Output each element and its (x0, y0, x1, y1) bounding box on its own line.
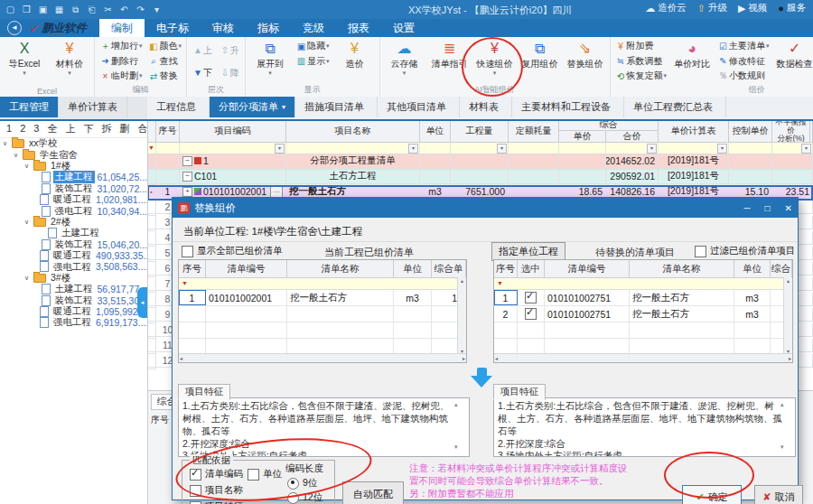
left-panel-tab[interactable]: 工程管理 (0, 97, 59, 117)
save-icon[interactable]: ▣ (36, 3, 50, 16)
tree-toolbar-button[interactable]: 全 (47, 122, 57, 135)
menu-tab[interactable]: 编制 (99, 19, 145, 37)
ribbon-item[interactable]: ≒ 系数调整 (613, 54, 669, 70)
tree-node[interactable]: 装饰工程 31,020,72... (0, 183, 147, 194)
radio-12-digits[interactable]: 12位 (287, 491, 322, 504)
grid-header-cell[interactable]: 清单名称 (287, 260, 394, 277)
tree-node[interactable]: 暖通工程 1,095,992.... (0, 306, 147, 317)
tree-node[interactable]: ∨ 3#楼 (0, 273, 147, 284)
header-total[interactable]: 合价 (606, 131, 659, 143)
checkbox-icon[interactable] (695, 246, 706, 257)
tree-node[interactable]: 暖通工程 1,020,981.... (0, 194, 147, 205)
header-quota[interactable]: 定额耗量 (509, 119, 559, 143)
grid-row[interactable]: 1 010101002751 挖一般土石方 m3 (494, 290, 792, 306)
ribbon-item[interactable]: ➜ 删除行 (98, 54, 145, 70)
tree-node[interactable]: 土建工程 61,054,25... (0, 172, 147, 182)
ribbon-item[interactable]: ⌕ 查找 (146, 54, 184, 70)
tree-node[interactable]: ∨ 1#楼 (0, 161, 147, 172)
header-code[interactable]: 项目编码 (180, 119, 286, 143)
ok-button[interactable]: ✔ 确定 (682, 485, 742, 504)
menu-tab[interactable]: 指标 (246, 19, 291, 37)
menu-tab[interactable]: 报表 (336, 19, 381, 37)
ribbon-item[interactable]: ☑ 主要清单 ▾ (715, 39, 771, 54)
auto-match-button[interactable]: 自动匹配 (342, 481, 404, 504)
tree-caret-icon[interactable]: ∨ (14, 152, 22, 159)
tree-node[interactable]: 强电工程 6,919,173.... (0, 317, 147, 328)
cancel-button[interactable]: ✘ 取消 (754, 485, 803, 504)
scroll-down-icon[interactable]: ▾ (780, 443, 784, 451)
ribbon-item[interactable]: ⧉ 复用组价 (519, 39, 562, 84)
main-view-tab[interactable]: 措施项目清单 (295, 97, 378, 117)
minimize-icon[interactable]: ─ (743, 203, 750, 213)
main-view-tab[interactable]: 主要材料和工程设备 (512, 97, 624, 117)
expand-toggle-icon[interactable]: + (182, 187, 192, 197)
tree-node[interactable]: 土建工程 (0, 228, 147, 238)
ribbon-item[interactable]: ⧉ 展开到 ▾ (248, 39, 292, 84)
tree-toolbar-button[interactable]: 2 (20, 123, 25, 134)
dialog-title-bar[interactable]: 鹏 替换组价 ─ □ ✕ (173, 198, 798, 218)
match-checkbox-unit[interactable]: 单位 (248, 468, 282, 481)
checkbox-icon[interactable] (190, 501, 201, 504)
undo-icon[interactable]: ↶ (117, 3, 131, 16)
grid-header-cell[interactable]: 清单编号 (545, 260, 630, 277)
expand-toggle-icon[interactable]: − (182, 156, 192, 166)
vertical-scrollbar[interactable]: ▴▾ (783, 277, 792, 354)
grid-empty-row[interactable] (494, 322, 792, 339)
ribbon-item[interactable]: ¥ 造价 (333, 39, 377, 84)
tree-toolbar-button[interactable]: 拆 (101, 122, 111, 135)
save-as-icon[interactable]: ▦ (52, 3, 66, 16)
ribbon-item[interactable]: ⇩ 降 (217, 61, 242, 84)
copy-icon[interactable]: ⧉ (69, 3, 82, 16)
right-feature-tab[interactable]: 项目特征 (493, 384, 546, 400)
filter-dropdown-icon[interactable]: ▾ (801, 144, 811, 154)
match-checkbox-name[interactable]: 项目名称 (190, 484, 243, 497)
grid-empty-row[interactable] (179, 322, 466, 339)
cut-icon[interactable]: ✂ (101, 3, 115, 16)
filter-dropdown-icon[interactable]: ▾ (647, 144, 657, 154)
grid-header-cell[interactable]: 单位 (394, 260, 432, 277)
ribbon-item[interactable]: ％ 小数规则 (715, 69, 771, 84)
tree-node[interactable]: 强电工程 10,340,94... (0, 205, 147, 216)
scroll-down-icon[interactable]: ▾ (454, 443, 458, 451)
left-panel-tab[interactable]: 单价计算表 (59, 97, 127, 117)
tree-caret-icon[interactable]: ∨ (24, 219, 33, 226)
menu-tab[interactable]: 竞级 (291, 19, 336, 37)
filter-priced-checkbox[interactable]: 过滤已组价清单项目 (695, 245, 796, 257)
filter-dropdown-icon[interactable]: ▾ (408, 144, 418, 154)
checkbox-icon[interactable] (190, 469, 201, 481)
paste-icon[interactable]: ⎗ (85, 3, 98, 16)
scroll-up-icon[interactable]: ▴ (454, 401, 458, 408)
ribbon-item[interactable]: ＋ 增加行 ▾ (98, 39, 145, 54)
header-control-price[interactable]: 控制单价 (729, 119, 772, 143)
back-icon[interactable]: ◄ (7, 21, 22, 35)
ribbon-item[interactable]: ✎ 修改特征 (715, 54, 771, 70)
main-view-tab[interactable]: 分部分项清单 ▾ (210, 97, 295, 117)
main-view-tab[interactable]: 材料表 (460, 97, 512, 117)
ribbon-item[interactable]: ▲ 上 (190, 39, 215, 61)
table-row[interactable]: − C101 土石方工程 290592.01 [2019]181号 (147, 170, 813, 185)
grid-filter-row[interactable]: ▼ (494, 278, 792, 290)
checkbox-icon[interactable] (190, 485, 201, 497)
boq-filter-row[interactable]: ▼ ▾ ▾ ▾ ▾ ▾ ▾ (147, 143, 813, 154)
ribbon-item[interactable]: ◧ 颜色 ▾ (146, 39, 184, 54)
ribbon-item[interactable]: ¥ 附加费 (613, 39, 669, 54)
ribbon-item[interactable]: ⇧ 升 (217, 39, 242, 61)
tree-node[interactable]: ∨ 学生宿舍 (0, 149, 147, 160)
tree-toolbar-button[interactable]: 下 (83, 122, 93, 135)
grid-header-cell[interactable]: 综合单 (432, 260, 466, 277)
tree-caret-icon[interactable]: ∨ (24, 275, 33, 282)
header-unit[interactable]: 单位 (420, 119, 451, 143)
row-select-checkbox[interactable] (525, 292, 537, 303)
assign-unit-project-button[interactable]: 指定单位工程 (491, 242, 565, 261)
scroll-up-icon[interactable]: ▴ (780, 401, 784, 408)
grid-row[interactable]: 1 010101002001 挖一般土石方 m3 18 (179, 290, 466, 306)
tree-node[interactable]: ∨ xx学校 (0, 138, 147, 149)
redo-icon[interactable]: ↷ (134, 3, 147, 16)
radio-icon[interactable] (287, 478, 299, 490)
radio-9-digits[interactable]: 9位 (287, 477, 317, 490)
ribbon-item[interactable]: ☁ 云存储 ▾ (383, 39, 426, 84)
checkbox-icon[interactable] (248, 469, 259, 481)
ribbon-item[interactable]: ✓ 数据检查 (773, 39, 813, 84)
main-view-tab[interactable]: 工程信息 (147, 97, 210, 117)
ribbon-item[interactable]: ¥ 材料价 ▾ (48, 39, 91, 84)
